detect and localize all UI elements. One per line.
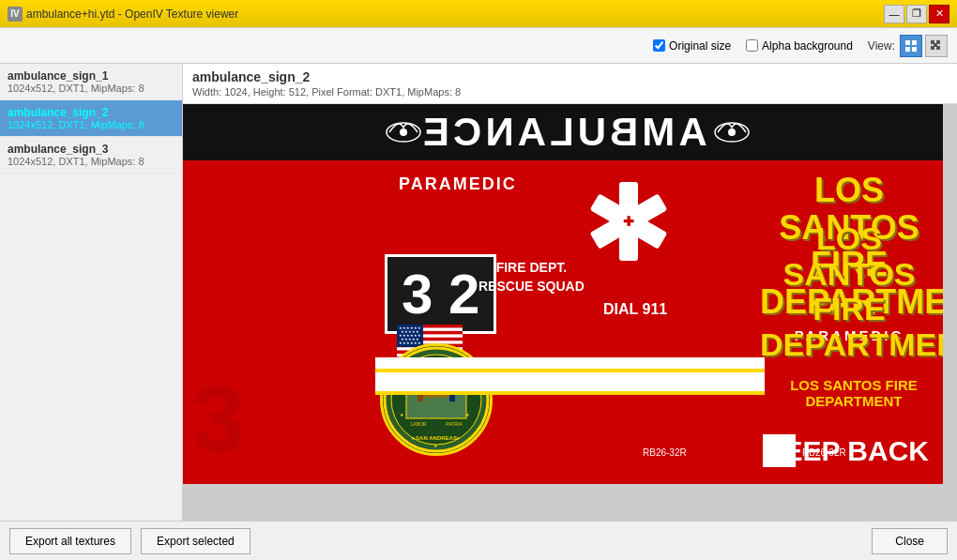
texture-name-1: ambulance_sign_1: [8, 69, 175, 83]
texture-item-2[interactable]: ambulance_sign_2 1024x512, DXT1, MipMaps…: [0, 100, 182, 137]
main-container: Original size Alpha background View:: [0, 28, 957, 560]
view-icons-group: [900, 35, 948, 57]
ambulance-text-mirrored: AMBULANCE: [419, 110, 707, 155]
dial-911-text: DIAL 911: [603, 301, 667, 318]
los-santos-small-text: LOS SANTOS FIRE DEPARTMENT: [769, 377, 938, 409]
svg-rect-3: [912, 47, 917, 52]
svg-text:PATRIA: PATRIA: [446, 421, 463, 427]
fire-dept-text: FIRE DEPT. RESCUE SQUAD: [478, 259, 585, 295]
paramedic-left-text: PARAMEDIC: [399, 174, 517, 194]
texture-item-3[interactable]: ambulance_sign_3 1024x512, DXT1, MipMaps…: [0, 137, 182, 174]
texture-preview-panel: ambulance_sign_2 Width: 1024, Height: 51…: [183, 64, 957, 521]
star-of-life-symbol: ✚: [586, 179, 671, 266]
close-button[interactable]: Close: [872, 528, 948, 554]
texture-name-2: ambulance_sign_2: [8, 106, 175, 119]
svg-text:SAN ANDREAS: SAN ANDREAS: [416, 435, 457, 441]
original-size-checkbox[interactable]: [653, 39, 665, 52]
wing-right-icon: [713, 114, 751, 151]
svg-text:✚: ✚: [623, 214, 634, 229]
svg-rect-2: [905, 47, 910, 52]
svg-rect-0: [905, 40, 910, 45]
title-bar-left: IV ambulance+hi.ytd - OpenIV Texture vie…: [8, 7, 238, 22]
texture-info-3: 1024x512, DXT1, MipMaps: 8: [8, 156, 175, 167]
selected-texture-meta: Width: 1024, Height: 512, Pixel Format: …: [192, 86, 948, 98]
alpha-background-label[interactable]: Alpha background: [746, 39, 853, 53]
svg-rect-1: [912, 40, 917, 45]
texture-canvas: AMBULANCE PARAMEDIC 3 2 FI: [183, 104, 943, 484]
watermark-number: 3: [192, 371, 245, 465]
minimize-button[interactable]: —: [884, 5, 904, 23]
view-grid-icon[interactable]: [900, 35, 922, 57]
original-size-option: Original size: [653, 39, 731, 53]
svg-text:LABOR: LABOR: [411, 421, 427, 427]
los-santos-bottom-right: LOS SANTOS FIRE DEPARTMENT: [760, 221, 938, 362]
title-bar-controls: — ❐ ✕: [884, 5, 949, 23]
svg-rect-8: [934, 43, 937, 47]
original-size-label[interactable]: Original size: [653, 39, 731, 53]
white-square: [763, 434, 796, 467]
export-all-button[interactable]: Export all textures: [9, 528, 131, 554]
alpha-background-checkbox[interactable]: [746, 39, 758, 52]
view-list-icon[interactable]: [925, 35, 948, 57]
restore-button[interactable]: ❐: [906, 5, 927, 23]
app-icon: IV: [8, 7, 23, 22]
texture-info-1: 1024x512, DXT1, MipMaps: 8: [8, 83, 175, 94]
bottom-bar: Export all textures Export selected Clos…: [0, 521, 957, 560]
texture-list-panel: ambulance_sign_1 1024x512, DXT1, MipMaps…: [0, 64, 183, 521]
content-area: ambulance_sign_1 1024x512, DXT1, MipMaps…: [0, 64, 957, 521]
alpha-background-option: Alpha background: [746, 39, 853, 53]
svg-point-10: [400, 129, 407, 136]
texture-info-2: 1024x512, DXT1, MipMaps: 8: [8, 119, 175, 130]
close-window-button[interactable]: ✕: [929, 5, 949, 23]
ambulance-header-bar: AMBULANCE: [183, 104, 943, 160]
selected-texture-name: ambulance_sign_2: [192, 69, 948, 84]
rb-code-right: RB26-32R: [802, 447, 846, 458]
title-bar: IV ambulance+hi.ytd - OpenIV Texture vie…: [0, 0, 957, 28]
export-selected-button[interactable]: Export selected: [141, 528, 251, 554]
image-display-area[interactable]: AMBULANCE PARAMEDIC 3 2 FI: [183, 104, 957, 521]
view-options: View:: [868, 35, 948, 57]
texture-item-1[interactable]: ambulance_sign_1 1024x512, DXT1, MipMaps…: [0, 64, 182, 100]
window-title: ambulance+hi.ytd - OpenIV Texture viewer: [26, 8, 238, 21]
rb-code-left: RB26-32R: [643, 447, 687, 458]
texture-name-3: ambulance_sign_3: [8, 143, 175, 156]
view-label: View:: [868, 39, 895, 53]
svg-text:★★★★★★: ★★★★★★: [399, 341, 421, 345]
svg-point-12: [728, 129, 736, 136]
toolbar: Original size Alpha background View:: [0, 28, 957, 64]
stripe-section: [375, 357, 765, 395]
wing-left-icon: [385, 114, 422, 151]
image-header: ambulance_sign_2 Width: 1024, Height: 51…: [183, 64, 957, 104]
